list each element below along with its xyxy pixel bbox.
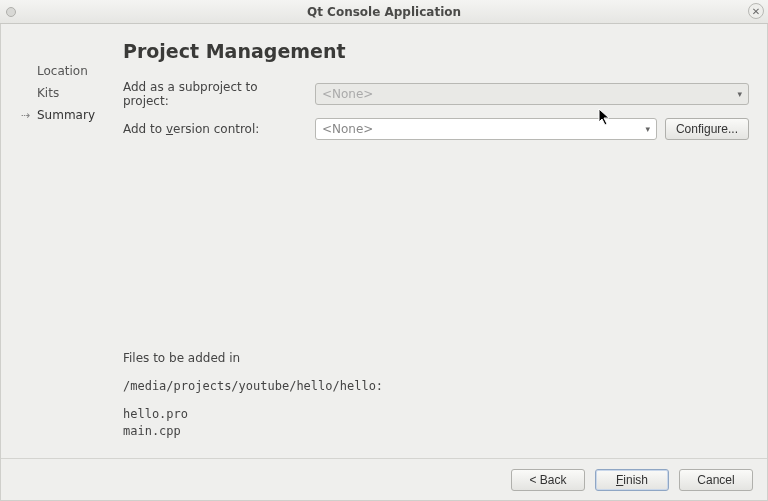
subproject-label: Add as a subproject to project: (123, 80, 307, 108)
arrow-right-icon: ⇢ (21, 109, 35, 122)
files-list: hello.pro main.cpp (123, 406, 749, 438)
page-title: Project Management (123, 40, 749, 62)
vcs-value: <None> (322, 122, 373, 136)
configure-button[interactable]: Configure... (665, 118, 749, 140)
close-icon[interactable]: ✕ (748, 3, 764, 19)
files-heading: Files to be added in (123, 350, 749, 366)
titlebar: Qt Console Application ✕ (0, 0, 768, 24)
window-body: Location Kits ⇢ Summary Project Manageme… (0, 24, 768, 501)
subproject-combo: <None> ▾ (315, 83, 749, 105)
window-title: Qt Console Application (307, 5, 461, 19)
vcs-label-pre: Add to (123, 122, 166, 136)
vcs-label-mnemonic: v (166, 122, 173, 136)
sidebar-item-label: Kits (37, 86, 59, 100)
files-block: Files to be added in /media/projects/you… (123, 350, 749, 439)
main-panel: Project Management Add as a subproject t… (119, 40, 749, 448)
sidebar-item-kits: Kits (37, 86, 119, 100)
chevron-down-icon: ▾ (737, 89, 742, 99)
vcs-label: Add to version control: (123, 122, 307, 136)
subproject-row: Add as a subproject to project: <None> ▾ (123, 80, 749, 108)
window-menu-icon[interactable] (6, 7, 16, 17)
vcs-combo[interactable]: <None> ▾ (315, 118, 657, 140)
files-path: /media/projects/youtube/hello/hello: (123, 378, 749, 394)
sidebar-item-location: Location (37, 64, 119, 78)
wizard-footer: < Back Finish Cancel (1, 458, 767, 500)
vcs-row: Add to version control: <None> ▾ Configu… (123, 118, 749, 140)
chevron-down-icon: ▾ (645, 124, 650, 134)
finish-button[interactable]: Finish (595, 469, 669, 491)
sidebar-item-label: Location (37, 64, 88, 78)
content-area: Location Kits ⇢ Summary Project Manageme… (1, 24, 767, 458)
sidebar-item-summary: ⇢ Summary (37, 108, 119, 122)
back-button[interactable]: < Back (511, 469, 585, 491)
wizard-sidebar: Location Kits ⇢ Summary (19, 40, 119, 448)
cancel-button[interactable]: Cancel (679, 469, 753, 491)
vcs-label-post: ersion control: (173, 122, 259, 136)
subproject-value: <None> (322, 87, 373, 101)
finish-label-post: inish (623, 473, 648, 487)
finish-mnemonic: F (616, 473, 623, 487)
sidebar-item-label: Summary (37, 108, 95, 122)
